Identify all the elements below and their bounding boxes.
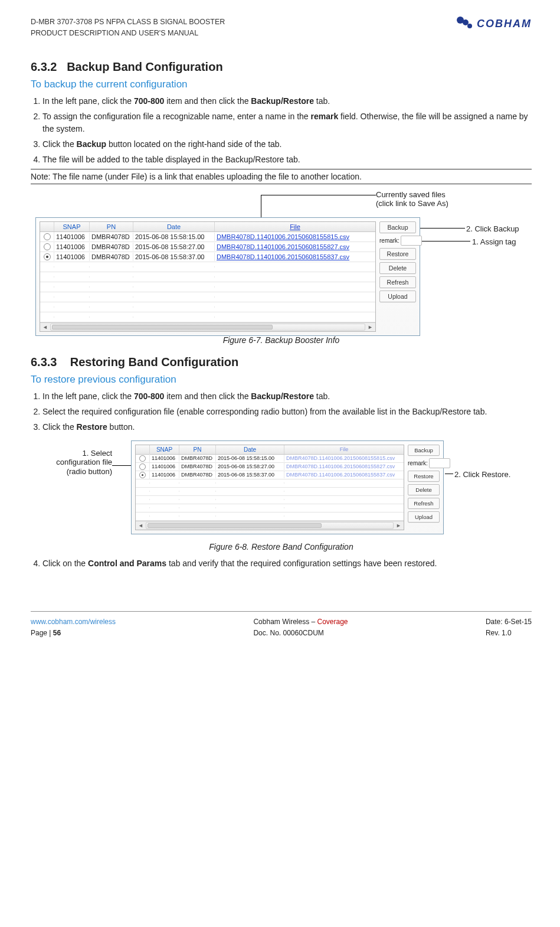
backup-step-4: The file will be added to the table disp… — [42, 154, 532, 166]
row-date: 2015-06-08 15:58:15.00 — [216, 455, 284, 462]
scrollbar-track[interactable] — [50, 324, 365, 331]
grid-header-radio — [136, 445, 150, 454]
grid-row[interactable]: 11401006DMBR4078D2015-06-08 15:58:27.00D… — [136, 463, 404, 471]
grid-row-empty — [136, 488, 404, 496]
scrollbar-thumb[interactable] — [52, 325, 273, 329]
row-pn: DMBR4078D — [179, 471, 216, 478]
footer-doc: Doc. No. 00060CDUM — [253, 628, 348, 639]
annot-assign-tag: 1. Assign tag — [472, 237, 516, 247]
footer-left: www.cobham.com/wireless Page | 56 — [31, 616, 116, 639]
row-radio[interactable] — [136, 462, 150, 470]
grid-header-snap[interactable]: SNAP — [150, 445, 179, 454]
row-snap: 11401006 — [54, 253, 90, 261]
grid-header-snap[interactable]: SNAP — [54, 222, 90, 231]
horizontal-scrollbar[interactable]: ◄ ► — [40, 322, 375, 331]
row-date: 2015-06-08 15:58:27.00 — [133, 243, 215, 251]
row-file-link[interactable]: DMBR4078D.11401006.20150608155837.csv — [284, 471, 404, 478]
scrollbar-track[interactable] — [146, 522, 394, 529]
upload-button[interactable]: Upload — [379, 290, 416, 302]
upload-button[interactable]: Upload — [408, 511, 440, 523]
grid-row-empty — [40, 282, 375, 292]
horizontal-scrollbar[interactable]: ◄ ► — [136, 521, 404, 530]
row-snap: 11401006 — [54, 233, 90, 241]
annot-click-backup: 2. Click Backup — [466, 224, 519, 234]
row-file-link[interactable]: DMBR4078D.11401006.20150608155815.csv — [284, 455, 404, 462]
remark-row: remark: — [379, 236, 416, 246]
grid-header-date[interactable]: Date — [133, 222, 215, 231]
figure-6-7-caption: Figure 6-7. Backup Booster Info — [31, 335, 532, 345]
grid-header-file[interactable]: File — [215, 222, 375, 231]
grid-header-date[interactable]: Date — [216, 445, 284, 454]
backup-step-3: Click the Backup button located on the r… — [42, 138, 532, 151]
row-file-link[interactable]: DMBR4078D.11401006.20150608155827.csv — [215, 243, 375, 251]
row-snap: 11401006 — [150, 455, 179, 462]
delete-button[interactable]: Delete — [408, 484, 440, 495]
restore-grid[interactable]: SNAP PN Date File 11401006DMBR4078D2015-… — [135, 445, 404, 530]
row-pn: DMBR4078D — [90, 243, 133, 251]
grid-row[interactable]: 11401006DMBR4078D2015-06-08 15:58:37.00D… — [40, 252, 375, 262]
row-file-link[interactable]: DMBR4078D.11401006.20150608155837.csv — [215, 253, 375, 261]
remark-label: remark: — [379, 237, 399, 244]
restore-button[interactable]: Restore — [379, 248, 416, 260]
cobham-logo: COBHAM — [457, 17, 532, 31]
grid-row-empty — [40, 262, 375, 272]
row-radio[interactable] — [40, 232, 54, 241]
row-date: 2015-06-08 15:58:37.00 — [133, 253, 215, 261]
restore-step-4: Click on the Control and Params tab and … — [42, 557, 532, 570]
row-date: 2015-06-08 15:58:27.00 — [216, 463, 284, 470]
row-radio[interactable] — [136, 454, 150, 462]
grid-row[interactable]: 11401006DMBR4078D2015-06-08 15:58:37.00D… — [136, 471, 404, 479]
footer-right: Date: 6-Set-15 Rev. 1.0 — [486, 616, 532, 639]
refresh-button[interactable]: Refresh — [379, 276, 416, 288]
section-6-3-2-heading: 6.3.2 Backup Band Configuration — [31, 60, 532, 74]
backup-button[interactable]: Backup — [379, 221, 416, 233]
backup-grid[interactable]: SNAP PN Date File 11401006DMBR4078D2015-… — [40, 221, 376, 332]
backup-subhead: To backup the current configuration — [31, 79, 532, 90]
delete-button[interactable]: Delete — [379, 262, 416, 274]
row-file-link[interactable]: DMBR4078D.11401006.20150608155815.csv — [215, 233, 375, 241]
backup-panel: SNAP PN Date File 11401006DMBR4078D2015-… — [35, 217, 420, 336]
annot-saved-files: Currently saved files (click link to Sav… — [376, 190, 448, 208]
row-date: 2015-06-08 15:58:15.00 — [133, 233, 215, 241]
grid-header-file[interactable]: File — [284, 445, 404, 454]
grid-row[interactable]: 11401006DMBR4078D2015-06-08 15:58:27.00D… — [40, 242, 375, 252]
grid-header-pn[interactable]: PN — [179, 445, 216, 454]
grid-row[interactable]: 11401006DMBR4078D2015-06-08 15:58:15.00D… — [136, 455, 404, 463]
backup-button[interactable]: Backup — [408, 445, 440, 456]
restore-steps-list: In the left pane, click the 700-800 item… — [31, 390, 532, 433]
section-num: 6.3.3 — [31, 355, 57, 368]
row-pn: DMBR4078D — [90, 253, 133, 261]
grid-header-pn[interactable]: PN — [90, 222, 133, 231]
grid-row-empty — [40, 312, 375, 322]
restore-side-buttons: Backup remark: Restore Delete Refresh Up… — [408, 445, 440, 530]
scroll-right-icon[interactable]: ► — [396, 523, 401, 528]
row-radio[interactable] — [136, 471, 150, 478]
backup-note: Note: The file name (under File) is a li… — [31, 169, 532, 184]
cobham-logo-text: COBHAM — [477, 18, 532, 30]
row-radio[interactable] — [40, 252, 54, 261]
grid-header-radio — [40, 222, 54, 231]
grid-row-empty — [40, 292, 375, 302]
grid-row-empty — [40, 302, 375, 312]
section-title: Restoring Band Configuration — [70, 355, 239, 368]
footer-rev: Rev. 1.0 — [486, 628, 532, 639]
restore-step-1: In the left pane, click the 700-800 item… — [42, 390, 532, 403]
restore-steps-list-cont: Click on the Control and Params tab and … — [31, 557, 532, 570]
backup-steps-list: In the left pane, click the 700-800 item… — [31, 95, 532, 166]
refresh-button[interactable]: Refresh — [408, 498, 440, 509]
scroll-left-icon[interactable]: ◄ — [42, 324, 48, 330]
scrollbar-thumb[interactable] — [148, 523, 322, 528]
restore-step-3: Click the Restore button. — [42, 421, 532, 433]
section-num: 6.3.2 — [31, 60, 57, 73]
footer-date: Date: 6-Set-15 — [486, 616, 532, 628]
restore-button[interactable]: Restore — [408, 471, 440, 482]
backup-step-1: In the left pane, click the 700-800 item… — [42, 95, 532, 107]
section-6-3-3-heading: 6.3.3 Restoring Band Configuration — [31, 355, 532, 369]
remark-input[interactable] — [401, 236, 422, 246]
scroll-right-icon[interactable]: ► — [368, 324, 373, 330]
row-file-link[interactable]: DMBR4078D.11401006.20150608155827.csv — [284, 463, 404, 470]
grid-row[interactable]: 11401006DMBR4078D2015-06-08 15:58:15.00D… — [40, 232, 375, 242]
row-radio[interactable] — [40, 242, 54, 251]
remark-input[interactable] — [429, 458, 450, 468]
scroll-left-icon[interactable]: ◄ — [138, 523, 143, 528]
